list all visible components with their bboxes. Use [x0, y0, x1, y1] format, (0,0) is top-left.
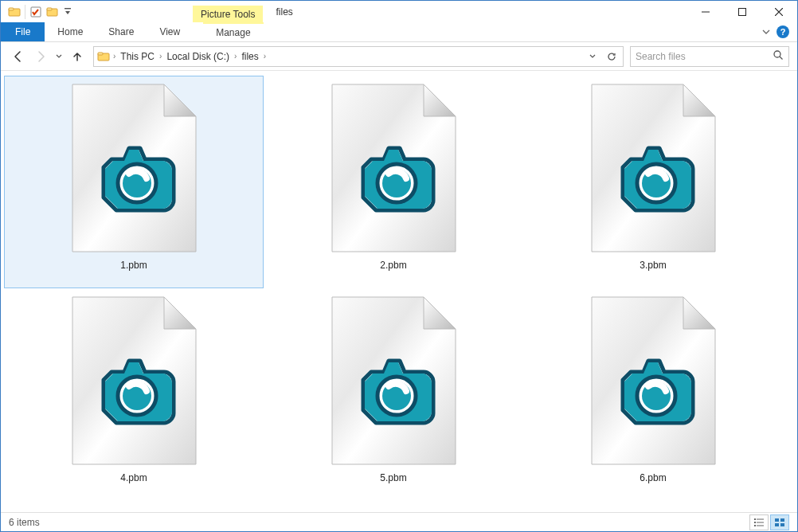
help-icon[interactable]: ?	[776, 25, 789, 38]
window-controls	[687, 1, 797, 22]
properties-icon[interactable]	[27, 3, 45, 21]
search-icon[interactable]	[773, 49, 784, 63]
file-item[interactable]: 3.pbm	[523, 76, 783, 288]
item-count: 6 items	[9, 517, 40, 528]
svg-rect-27	[754, 525, 756, 526]
svg-rect-31	[775, 523, 779, 526]
svg-rect-26	[757, 522, 764, 522]
file-item[interactable]: 4.pbm	[4, 288, 264, 501]
file-thumbnail-icon	[68, 294, 200, 467]
file-thumbnail-icon	[328, 294, 460, 467]
svg-rect-24	[757, 518, 764, 519]
chevron-right-icon[interactable]: ›	[234, 52, 237, 61]
window-title: files	[263, 6, 292, 18]
close-button[interactable]	[761, 1, 797, 22]
refresh-button[interactable]	[602, 47, 621, 66]
file-name-label: 2.pbm	[380, 260, 406, 271]
file-thumbnail-icon	[588, 81, 719, 255]
folder-icon	[6, 3, 23, 21]
ribbon-tabs: File Home Share View Manage ?	[1, 22, 797, 42]
folder-icon	[96, 49, 111, 65]
svg-rect-32	[780, 523, 784, 526]
navigation-bar: › This PC › Local Disk (C:) › files ›	[1, 42, 797, 71]
svg-rect-28	[757, 525, 764, 526]
file-name-label: 5.pbm	[380, 472, 406, 483]
folder-view[interactable]: 1.pbm 2.pbm	[1, 71, 797, 512]
svg-rect-5	[65, 8, 71, 9]
svg-rect-4	[47, 8, 52, 10]
svg-rect-30	[780, 518, 784, 522]
search-box[interactable]	[630, 46, 789, 67]
search-input[interactable]	[636, 51, 773, 62]
address-dropdown-icon[interactable]	[583, 47, 602, 66]
file-thumbnail-icon	[328, 81, 460, 255]
file-item[interactable]: 2.pbm	[264, 76, 523, 288]
chevron-right-icon[interactable]: ›	[264, 52, 266, 61]
file-name-label: 6.pbm	[640, 472, 666, 483]
status-bar: 6 items	[1, 512, 797, 531]
expand-ribbon-icon[interactable]	[762, 28, 770, 37]
svg-rect-25	[754, 522, 756, 523]
back-button[interactable]	[9, 47, 28, 66]
svg-rect-9	[98, 53, 103, 55]
file-name-label: 4.pbm	[120, 472, 147, 483]
svg-rect-7	[739, 8, 746, 15]
file-item[interactable]: 1.pbm	[4, 76, 264, 288]
file-name-label: 1.pbm	[120, 260, 147, 271]
new-folder-icon[interactable]	[45, 3, 62, 21]
title-bar: Picture Tools files	[1, 1, 797, 22]
svg-point-10	[774, 51, 780, 57]
minimize-button[interactable]	[687, 1, 724, 22]
qat-dropdown-icon[interactable]	[62, 3, 73, 21]
tab-manage[interactable]: Manage	[203, 22, 263, 41]
svg-rect-29	[775, 518, 779, 522]
tab-share[interactable]: Share	[96, 22, 147, 41]
tab-view[interactable]: View	[147, 22, 193, 41]
chevron-right-icon[interactable]: ›	[159, 52, 162, 61]
address-bar[interactable]: › This PC › Local Disk (C:) › files ›	[93, 46, 624, 67]
thumbnails-view-button[interactable]	[770, 514, 789, 530]
svg-rect-1	[9, 8, 14, 10]
details-view-button[interactable]	[749, 514, 769, 530]
svg-rect-23	[754, 518, 756, 520]
chevron-right-icon[interactable]: ›	[113, 52, 115, 61]
recent-locations-button[interactable]	[53, 47, 65, 66]
file-thumbnail-icon	[68, 81, 200, 255]
file-tab[interactable]: File	[1, 22, 45, 41]
breadcrumb-files[interactable]: files	[238, 51, 261, 62]
context-tab-header: Picture Tools	[193, 6, 263, 22]
file-item[interactable]: 6.pbm	[523, 288, 783, 501]
file-name-label: 3.pbm	[640, 260, 666, 271]
quick-access-toolbar	[1, 1, 73, 22]
breadcrumb-local-disk[interactable]: Local Disk (C:)	[163, 51, 233, 62]
svg-rect-6	[702, 11, 710, 12]
separator	[25, 5, 25, 19]
file-item[interactable]: 5.pbm	[264, 288, 523, 501]
tab-home[interactable]: Home	[45, 22, 96, 41]
file-thumbnail-icon	[588, 294, 719, 467]
maximize-button[interactable]	[724, 1, 761, 22]
forward-button[interactable]	[31, 47, 50, 66]
breadcrumb-this-pc[interactable]: This PC	[117, 51, 158, 62]
up-button[interactable]	[68, 47, 87, 66]
